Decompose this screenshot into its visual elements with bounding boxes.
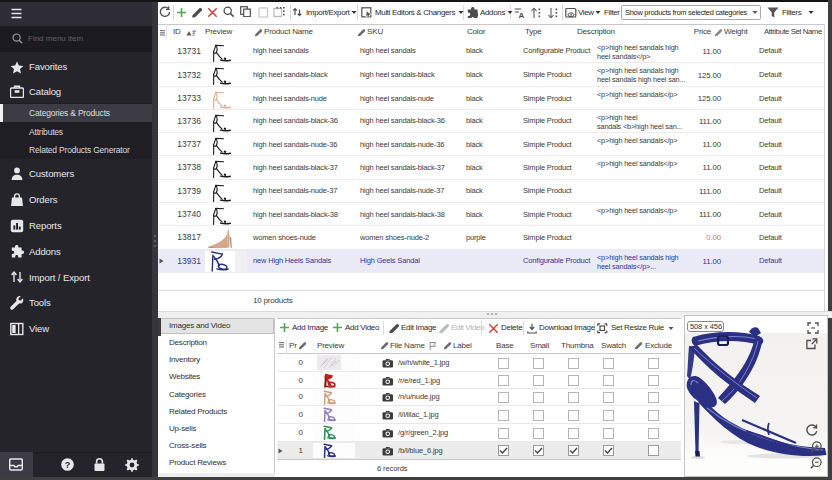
- svg-text:?: ?: [65, 460, 71, 470]
- svg-text:A: A: [519, 11, 525, 19]
